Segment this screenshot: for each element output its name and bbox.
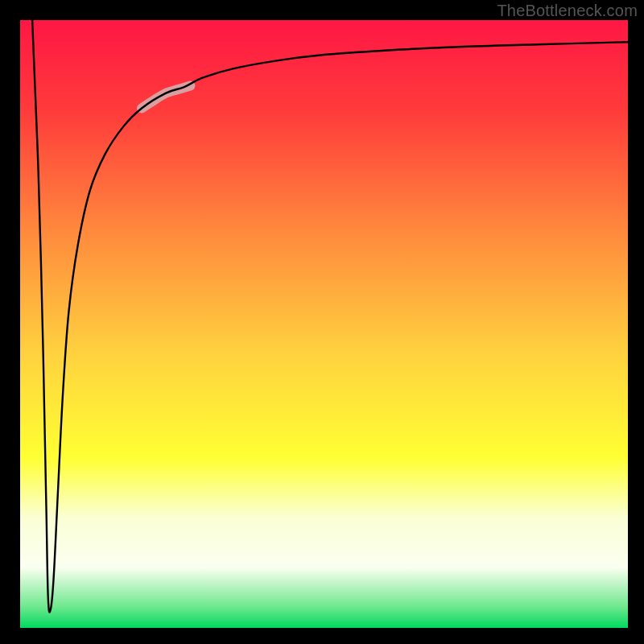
bottleneck-chart — [0, 0, 644, 644]
watermark-text: TheBottleneck.com — [497, 2, 638, 20]
chart-frame: TheBottleneck.com — [0, 0, 644, 644]
plot-gradient-background — [20, 20, 628, 628]
